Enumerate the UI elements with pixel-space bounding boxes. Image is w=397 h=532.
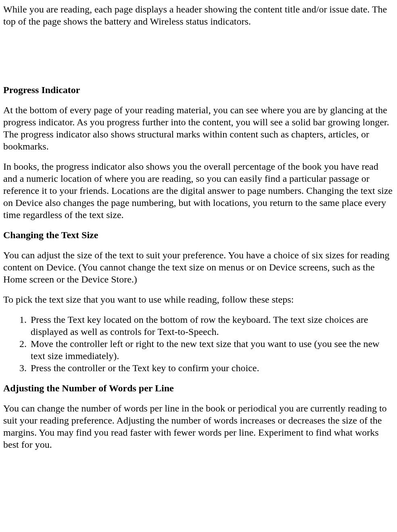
section-spacer: [3, 35, 394, 84]
list-item: Press the controller or the Text key to …: [29, 362, 394, 374]
text-size-steps-list: Press the Text key located on the bottom…: [3, 314, 394, 374]
progress-indicator-paragraph-1: At the bottom of every page of your read…: [3, 104, 394, 152]
list-item: Press the Text key located on the bottom…: [29, 314, 394, 338]
progress-indicator-paragraph-2: In books, the progress indicator also sh…: [3, 160, 394, 221]
intro-paragraph: While you are reading, each page display…: [3, 3, 394, 27]
heading-changing-text-size: Changing the Text Size: [3, 229, 394, 241]
text-size-paragraph-2: To pick the text size that you want to u…: [3, 293, 394, 305]
list-item: Move the controller left or right to the…: [29, 338, 394, 362]
text-size-paragraph-1: You can adjust the size of the text to s…: [3, 249, 394, 285]
words-per-line-paragraph-1: You can change the number of words per l…: [3, 402, 394, 451]
heading-adjusting-words-per-line: Adjusting the Number of Words per Line: [3, 382, 394, 394]
heading-progress-indicator: Progress Indicator: [3, 84, 394, 96]
